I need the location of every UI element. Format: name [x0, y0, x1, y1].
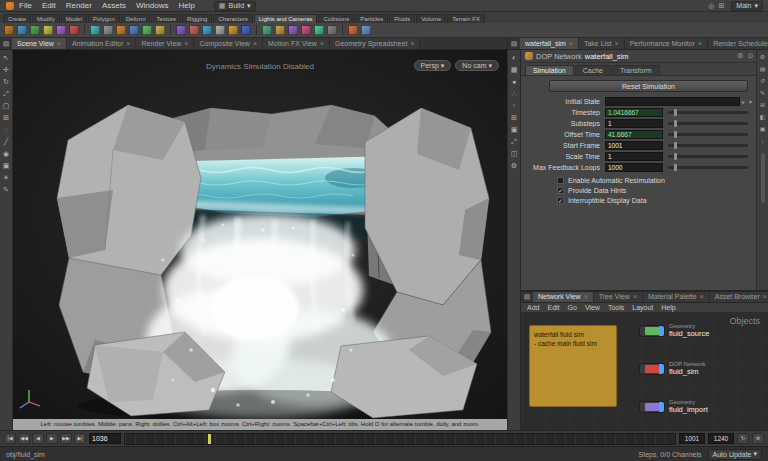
- node-fluid-sim[interactable]: DOP Networkfluid_sim: [639, 361, 706, 377]
- frame-all-icon[interactable]: ⤢: [509, 136, 520, 147]
- jump-end-button[interactable]: ▶|: [74, 433, 86, 444]
- edit-icon[interactable]: ✎: [760, 89, 765, 97]
- pane-tab-geometry-spreadsheet[interactable]: Geometry Spreadsheet×: [330, 38, 420, 49]
- shelf-tool-icon[interactable]: [129, 25, 139, 35]
- menu-file[interactable]: File: [14, 1, 37, 10]
- handles-icon[interactable]: ✎: [1, 184, 12, 195]
- param-field-substeps[interactable]: 1: [605, 119, 663, 128]
- playhead[interactable]: [208, 434, 211, 444]
- pane-tab-render-view[interactable]: Render View×: [136, 38, 194, 49]
- perspective-view-button[interactable]: Persp ▾: [414, 60, 452, 71]
- close-icon[interactable]: ×: [700, 293, 704, 300]
- pane-menu-icon[interactable]: ▤: [508, 40, 520, 48]
- pose-tool-icon[interactable]: ▢: [1, 100, 12, 111]
- sticky-note[interactable]: waterfall fluid sim - cache main fluid s…: [529, 325, 617, 407]
- checkbox-provide-data-hints[interactable]: ✓: [557, 187, 564, 194]
- shelf-tab-model[interactable]: Model: [61, 14, 87, 23]
- wireframe-icon[interactable]: ▦: [509, 64, 520, 75]
- pane-menu-icon[interactable]: ▤: [0, 40, 12, 48]
- shelf-tool-icon[interactable]: [103, 25, 113, 35]
- pane-tab-performance-monitor[interactable]: Performance Monitor×: [625, 38, 708, 49]
- viewport-canvas[interactable]: [13, 50, 507, 419]
- snap-grid-icon[interactable]: ⊞: [1, 112, 12, 123]
- pane-tab-render-scheduler[interactable]: Render Scheduler×: [708, 38, 768, 49]
- presets-icon[interactable]: ▤: [760, 65, 766, 73]
- param-slider-start-frame[interactable]: [668, 144, 748, 147]
- shelf-tool-icon[interactable]: [301, 25, 311, 35]
- network-menu-help[interactable]: Help: [657, 304, 679, 311]
- network-canvas[interactable]: Objects waterfall fluid sim - cache main…: [521, 313, 768, 430]
- param-tab-transform[interactable]: Transform: [612, 65, 660, 75]
- shelf-tab-terrain-fx[interactable]: Terrain FX: [447, 14, 485, 23]
- timeline[interactable]: [124, 433, 676, 445]
- view-tool-icon[interactable]: ◉: [1, 148, 12, 159]
- radial-menu-icon[interactable]: ◎: [708, 2, 714, 10]
- shelf-tab-characters[interactable]: Characters: [213, 14, 252, 23]
- shelf-tab-deform[interactable]: Deform: [121, 14, 151, 23]
- play-forward-button[interactable]: ▶: [46, 433, 58, 444]
- display-normals-icon[interactable]: ↑: [509, 100, 520, 111]
- shelf-tool-icon[interactable]: [116, 25, 126, 35]
- update-mode-dropdown[interactable]: Auto Update ▾: [708, 449, 762, 460]
- scene-viewport[interactable]: Dynamics Simulation Disabled Persp ▾ No …: [13, 50, 507, 430]
- shelf-tool-icon[interactable]: [4, 25, 14, 35]
- node-icon-fluid-sim[interactable]: [639, 363, 665, 375]
- take-dropdown[interactable]: Main ▾: [731, 1, 763, 11]
- grid-toggle-icon[interactable]: ⊞: [509, 112, 520, 123]
- close-icon[interactable]: ×: [615, 40, 619, 47]
- shelf-tool-icon[interactable]: [189, 25, 199, 35]
- checkbox-enable-automatic-resimulation[interactable]: [557, 177, 564, 184]
- shelf-tab-polygon[interactable]: Polygon: [88, 14, 120, 23]
- shelf-tool-icon[interactable]: [90, 25, 100, 35]
- checkbox-interruptible-display-data[interactable]: ✓: [557, 197, 564, 204]
- close-icon[interactable]: ×: [698, 40, 702, 47]
- network-tab-network-view[interactable]: Network View×: [533, 292, 594, 302]
- camera-select-button[interactable]: No cam ▾: [455, 60, 499, 71]
- network-tab-material-palette[interactable]: Material Palette×: [643, 292, 710, 302]
- node-name-label[interactable]: waterfall_sim: [585, 52, 629, 61]
- param-field-scale-time[interactable]: 1: [605, 152, 663, 161]
- close-icon[interactable]: ×: [57, 40, 61, 47]
- pane-tab-motion-fx-view[interactable]: Motion FX View×: [263, 38, 330, 49]
- rotate-tool-icon[interactable]: ↻: [1, 76, 12, 87]
- loop-mode-button[interactable]: ↻: [737, 433, 749, 444]
- param-field-timestep[interactable]: 1.0416667: [605, 108, 663, 117]
- param-field-initial-state[interactable]: [605, 97, 740, 106]
- pin-icon[interactable]: ⊙: [748, 52, 754, 60]
- range-end-field[interactable]: 1240: [708, 433, 734, 444]
- translate-tool-icon[interactable]: ✛: [1, 64, 12, 75]
- smooth-shade-icon[interactable]: ●: [509, 76, 520, 87]
- select-tool-icon[interactable]: ↖: [1, 52, 12, 63]
- panel-icon[interactable]: ▣: [760, 125, 766, 133]
- shelf-tab-lights-and-cameras[interactable]: Lights and Cameras: [254, 14, 318, 23]
- shelf-tool-icon[interactable]: [262, 25, 272, 35]
- grid-icon[interactable]: ⊞: [760, 101, 765, 109]
- close-icon[interactable]: ×: [253, 40, 257, 47]
- range-start-field[interactable]: 1001: [679, 433, 705, 444]
- next-frame-button[interactable]: ▶▶: [60, 433, 72, 444]
- param-tab-simulation[interactable]: Simulation: [525, 65, 574, 75]
- node-fluid-source[interactable]: Geometryfluid_source: [639, 323, 709, 339]
- current-frame-field[interactable]: 1036: [89, 433, 121, 444]
- shelf-tab-volume[interactable]: Volume: [416, 14, 446, 23]
- shelf-tool-icon[interactable]: [43, 25, 53, 35]
- revert-icon[interactable]: ↺: [760, 77, 765, 85]
- shelf-tool-icon[interactable]: [202, 25, 212, 35]
- shelf-tool-icon[interactable]: [314, 25, 324, 35]
- param-slider-offset-time[interactable]: [668, 133, 748, 136]
- light-icon[interactable]: ☀: [1, 172, 12, 183]
- snap-edge-icon[interactable]: ╱: [1, 136, 12, 147]
- shelf-tool-icon[interactable]: [327, 25, 337, 35]
- param-slider-scale-time[interactable]: [668, 155, 748, 158]
- display-flag[interactable]: [659, 364, 664, 374]
- shelf-tool-icon[interactable]: [17, 25, 27, 35]
- scale-tool-icon[interactable]: ⤢: [1, 88, 12, 99]
- desktop-dropdown[interactable]: ▦ Build ▾: [214, 1, 256, 11]
- shelf-tool-icon[interactable]: [228, 25, 238, 35]
- menu-edit[interactable]: Edit: [37, 1, 61, 10]
- menu-assets[interactable]: Assets: [97, 1, 131, 10]
- close-icon[interactable]: ×: [584, 293, 588, 300]
- shelf-tab-collisions[interactable]: Collisions: [318, 14, 354, 23]
- autosave-icon[interactable]: ⊞: [718, 2, 724, 10]
- scrollbar-thumb[interactable]: [761, 153, 765, 203]
